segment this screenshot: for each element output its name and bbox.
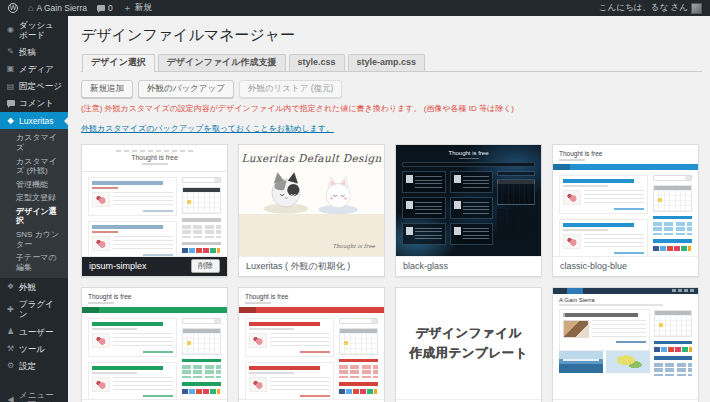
submenu-item-boilerplate[interactable]: 定型文登録	[0, 191, 68, 205]
sidebar-item-appearance[interactable]: ❖ 外観	[0, 278, 68, 295]
sea-photo	[559, 351, 603, 373]
comment-bubble-icon	[6, 99, 15, 109]
tab-design-file-support[interactable]: デザインファイル作成支援	[158, 54, 286, 71]
new-label: 新規	[135, 2, 152, 14]
design-thumbnail: Thought is free	[82, 145, 227, 257]
design-card-footer: classic-blog-blue	[553, 257, 698, 276]
luxeritas-submenu: カスタマイズ カスタマイズ (外観) 管理機能 定型文登録 デザイン選択 SNS…	[0, 129, 68, 278]
map-image	[606, 351, 650, 373]
wordpress-logo-icon[interactable]: W	[8, 3, 18, 13]
tab-style-amp-css[interactable]: style-amp.css	[348, 54, 426, 71]
sidebar-item-label: ツール	[19, 344, 45, 354]
admin-sidebar: ◉ ダッシュボード ✎ 投稿 ▣ メディア ▤ 固定ページ コメント ◆ Lux…	[0, 16, 68, 402]
sidebar-item-label: 外観	[19, 282, 36, 292]
delete-design-button[interactable]: 削除	[191, 259, 220, 273]
design-thumbnail: Luxeritas Default Design	[239, 145, 384, 257]
design-name: classic-blog-blue	[560, 261, 627, 271]
site-name-link[interactable]: ⌂ A Gain Sierra	[28, 3, 87, 13]
design-thumbnail: A Gain Sierra	[553, 288, 698, 400]
sidebar-item-label: 固定ページ	[19, 81, 62, 91]
design-card-footer: ipsum-simplex 削除	[82, 257, 227, 276]
media-icon: ▣	[6, 64, 15, 74]
backup-recommend-link[interactable]: 外観カスタマイズのバックアップを取っておくことをお勧めします。	[81, 123, 334, 134]
design-card-classic-blog-green[interactable]: Thought is free classic-blog-gr	[81, 287, 228, 402]
submenu-item-admin-functions[interactable]: 管理機能	[0, 178, 68, 192]
dashboard-icon: ◉	[6, 25, 15, 35]
sidebar-item-settings[interactable]: ⚙ 設定	[0, 357, 68, 374]
sidebar-item-label: プラグイン	[19, 299, 62, 319]
sidebar-item-media[interactable]: ▣ メディア	[0, 61, 68, 78]
restore-appearance-button[interactable]: 外観のリストア (復元)	[239, 80, 343, 98]
design-cards-grid: Thought is free ipsum-simplex	[81, 144, 702, 402]
theme-icon: ◆	[6, 116, 15, 126]
add-new-button[interactable]: 新規追加	[81, 80, 133, 98]
admin-bar: W ⌂ A Gain Sierra 0 ＋ 新規 こんにちは、るな さん	[0, 0, 710, 16]
design-name: Luxeritas ( 外観の初期化 )	[246, 260, 350, 273]
gear-icon: ⚙	[6, 361, 15, 371]
design-card-default-template[interactable]: デザインファイル 作成用テンプレート default-template	[395, 287, 542, 402]
sidebar-item-pages[interactable]: ▤ 固定ページ	[0, 78, 68, 95]
design-card-classic-blog-red[interactable]: Thought is free classic-blog-re	[238, 287, 385, 402]
tools-icon: ⚒	[6, 344, 15, 354]
toolbar: 新規追加 外観のバックアップ 外観のリストア (復元)	[81, 80, 702, 98]
page-icon: ▤	[6, 82, 15, 92]
comments-shortcut[interactable]: 0	[97, 3, 113, 13]
backup-appearance-button[interactable]: 外観のバックアップ	[138, 80, 234, 98]
design-card-footer: black-glass	[396, 257, 541, 276]
tab-design-select[interactable]: デザイン選択	[82, 54, 155, 72]
sidebar-item-comments[interactable]: コメント	[0, 95, 68, 112]
appearance-icon: ❖	[6, 282, 15, 292]
sidebar-item-label: 投稿	[19, 47, 36, 57]
user-icon: ♟	[6, 327, 15, 337]
tab-bar: デザイン選択 デザインファイル作成支援 style.css style-amp.…	[81, 54, 702, 72]
design-thumbnail: Thought is free	[239, 288, 384, 400]
warning-notice: (注意) 外観カスタマイズの設定内容がデザインファイル内で指定された値に書き換わ…	[81, 103, 702, 114]
main-content: デザインファイルマネージャー デザイン選択 デザインファイル作成支援 style…	[68, 16, 710, 402]
design-card-mare-et-caelum[interactable]: A Gain Sierra	[552, 287, 699, 402]
design-thumbnail: Thought is free	[82, 288, 227, 400]
design-thumbnail: Thought is free	[553, 145, 698, 257]
avatar	[691, 3, 702, 14]
sidebar-item-luxeritas[interactable]: ◆ Luxeritas	[0, 112, 68, 129]
pencil-icon: ✎	[6, 47, 15, 57]
my-account-menu[interactable]: こんにちは、るな さん	[599, 2, 702, 14]
plus-icon: ＋	[123, 2, 132, 15]
submenu-item-customize-appearance[interactable]: カスタマイズ (外観)	[0, 155, 68, 178]
script-title: Luxeritas Default Design	[239, 152, 384, 164]
submenu-item-child-theme-edit[interactable]: 子テーマの編集	[0, 251, 68, 274]
design-card-ipsum-simplex[interactable]: Thought is free ipsum-simplex	[81, 144, 228, 277]
sidebar-item-label: コメント	[19, 98, 54, 108]
submenu-item-sns-counter[interactable]: SNS カウンター	[0, 228, 68, 251]
sidebar-item-label: ダッシュボード	[19, 20, 62, 40]
tab-style-css[interactable]: style.css	[289, 54, 345, 71]
sidebar-item-label: ユーザー	[19, 327, 53, 337]
sidebar-item-users[interactable]: ♟ ユーザー	[0, 323, 68, 340]
template-text-line1: デザインファイル	[415, 325, 521, 342]
page-title: デザインファイルマネージャー	[81, 26, 702, 45]
template-text-line2: 作成用テンプレート	[409, 345, 527, 362]
design-name: black-glass	[403, 261, 448, 271]
sidebar-item-posts[interactable]: ✎ 投稿	[0, 43, 68, 60]
sidebar-item-tools[interactable]: ⚒ ツール	[0, 340, 68, 357]
comment-bubble-icon	[97, 5, 105, 11]
sidebar-item-plugins[interactable]: ✚ プラグイン	[0, 296, 68, 323]
sidebar-item-dashboard[interactable]: ◉ ダッシュボード	[0, 16, 68, 43]
design-thumbnail: Thought is free	[396, 145, 541, 257]
sidebar-item-label: 設定	[19, 361, 36, 371]
new-content-menu[interactable]: ＋ 新規	[123, 2, 152, 15]
design-card-luxeritas-default[interactable]: Luxeritas Default Design	[238, 144, 385, 277]
site-name: A Gain Sierra	[36, 3, 87, 13]
design-thumbnail: デザインファイル 作成用テンプレート	[396, 288, 541, 400]
collapse-menu-label: メニューを閉じる	[19, 390, 62, 402]
design-name: ipsum-simplex	[89, 261, 147, 271]
collapse-arrow-icon: ◀	[6, 395, 15, 402]
comments-count: 0	[108, 3, 113, 13]
greeting-text: こんにちは、るな さん	[599, 2, 688, 14]
submenu-item-design-select[interactable]: デザイン選択	[0, 205, 68, 228]
design-card-classic-blog-blue[interactable]: Thought is free classic-blog-bl	[552, 144, 699, 277]
home-icon: ⌂	[28, 4, 33, 13]
sidebar-item-label: Luxeritas	[19, 116, 54, 126]
submenu-item-customize[interactable]: カスタマイズ	[0, 131, 68, 154]
collapse-menu-button[interactable]: ◀ メニューを閉じる	[0, 387, 68, 402]
design-card-black-glass[interactable]: Thought is free black-glass	[395, 144, 542, 277]
